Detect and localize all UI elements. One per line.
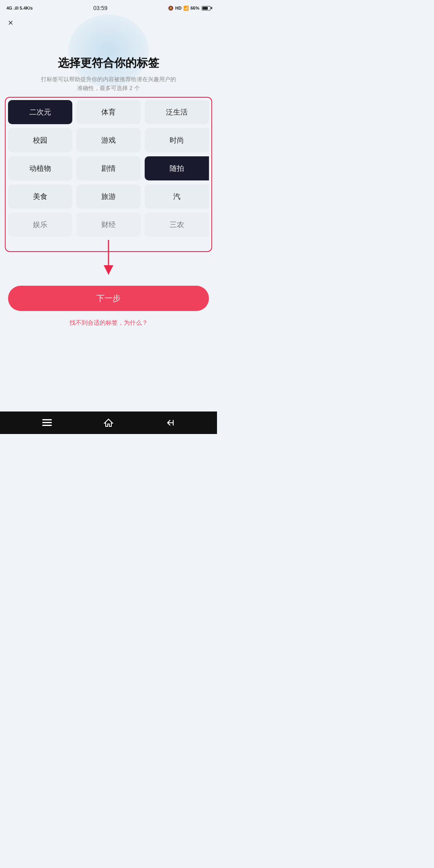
next-step-button[interactable]: 下一步 bbox=[8, 286, 209, 311]
tag-yule[interactable]: 娱乐 bbox=[8, 213, 72, 237]
status-left: 4G .ill 5.4K/s bbox=[6, 6, 33, 10]
svg-marker-5 bbox=[104, 419, 113, 426]
help-text-link[interactable]: 为什么？ bbox=[124, 319, 148, 326]
battery-icon bbox=[202, 6, 211, 10]
nav-back-icon[interactable] bbox=[165, 418, 175, 428]
tag-lvyou[interactable]: 旅游 bbox=[76, 184, 141, 209]
help-text: 找不到合适的标签，为什么？ bbox=[70, 319, 148, 327]
back-icon bbox=[165, 418, 175, 428]
wifi-icon: 📶 bbox=[183, 6, 189, 11]
hamburger-icon bbox=[42, 419, 52, 426]
tag-dongzhi[interactable]: 动植物 bbox=[8, 156, 72, 180]
tag-tiyu[interactable]: 体育 bbox=[76, 100, 141, 124]
arrow-indicator bbox=[96, 240, 121, 276]
status-right: 🔕 HD 📶 66% bbox=[168, 6, 211, 11]
tag-juqing[interactable]: 剧情 bbox=[76, 156, 141, 180]
alarm-icon: 🔕 bbox=[168, 6, 174, 11]
status-time: 03:59 bbox=[93, 5, 107, 11]
tag-sannong[interactable]: 三农 bbox=[145, 213, 209, 237]
svg-rect-3 bbox=[42, 422, 52, 423]
tags-grid: 二次元 体育 泛生活 校园 游戏 时尚 动植物 剧情 随拍 美食 旅游 汽 bbox=[8, 100, 209, 209]
tag-qi[interactable]: 汽 bbox=[145, 184, 209, 209]
title-section: 选择更符合你的标签 打标签可以帮助提升你的内容被推荐给潜在兴趣用户的准确性，最多… bbox=[41, 55, 176, 93]
hd-label: HD bbox=[175, 6, 182, 10]
tags-grid-row5: 娱乐 财经 三农 bbox=[8, 213, 209, 237]
tag-caijing[interactable]: 财经 bbox=[76, 213, 141, 237]
battery-percent: 66% bbox=[190, 6, 199, 10]
nav-home-icon[interactable] bbox=[104, 418, 113, 428]
svg-rect-4 bbox=[42, 425, 52, 426]
tag-erci[interactable]: 二次元 bbox=[8, 100, 72, 124]
page-title: 选择更符合你的标签 bbox=[41, 55, 176, 71]
home-icon bbox=[104, 418, 113, 428]
status-bar: 4G .ill 5.4K/s 03:59 🔕 HD 📶 66% bbox=[0, 0, 217, 14]
bottom-nav bbox=[0, 411, 217, 434]
tag-shishang[interactable]: 时尚 bbox=[145, 128, 209, 152]
help-text-prefix: 找不到合适的标签， bbox=[70, 319, 124, 326]
tag-suipai[interactable]: 随拍 bbox=[145, 156, 209, 180]
close-button[interactable]: × bbox=[8, 14, 13, 31]
tag-meishi[interactable]: 美食 bbox=[8, 184, 72, 209]
tag-xiaoyuan[interactable]: 校园 bbox=[8, 128, 72, 152]
svg-rect-2 bbox=[42, 419, 52, 420]
tags-container: 二次元 体育 泛生活 校园 游戏 时尚 动植物 剧情 随拍 美食 旅游 汽 娱乐… bbox=[8, 100, 209, 276]
tag-fan[interactable]: 泛生活 bbox=[145, 100, 209, 124]
tag-youxi[interactable]: 游戏 bbox=[76, 128, 141, 152]
page-subtitle: 打标签可以帮助提升你的内容被推荐给潜在兴趣用户的准确性，最多可选择 2 个 bbox=[41, 75, 176, 93]
main-content: × 选择更符合你的标签 打标签可以帮助提升你的内容被推荐给潜在兴趣用户的准确性，… bbox=[0, 14, 217, 411]
nav-menu-icon[interactable] bbox=[42, 419, 52, 426]
